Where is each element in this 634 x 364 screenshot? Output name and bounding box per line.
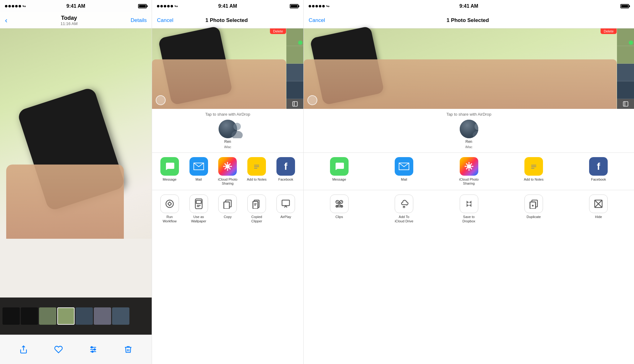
nav-title-2: 1 Photo Selected xyxy=(205,17,248,24)
airdrop-label-3: Tap to share with AirDrop xyxy=(304,112,634,117)
action-duplicate-3[interactable]: Duplicate xyxy=(501,195,566,223)
icloud-icon-3 xyxy=(395,195,413,213)
hide-label-3: Hide xyxy=(595,215,602,219)
share-message-3[interactable]: Message xyxy=(307,157,371,186)
facebook-label-2: Facebook xyxy=(278,178,293,182)
delete-banner[interactable]: Delete xyxy=(270,28,286,34)
airdrop-label-2: Tap to share with AirDrop xyxy=(152,112,303,117)
share-mail-3[interactable]: Mail xyxy=(371,157,436,186)
side-thumb-3[interactable] xyxy=(286,64,303,81)
thumb-5[interactable] xyxy=(76,307,93,325)
main-photo-1 xyxy=(0,28,152,239)
photos-icon-3 xyxy=(460,157,478,176)
photos-label-2: iCloud PhotoSharing xyxy=(218,178,237,186)
side-thumb-3-1[interactable] xyxy=(617,28,634,46)
side-thumb-4[interactable] xyxy=(286,81,303,99)
battery-3 xyxy=(620,4,629,8)
airdrop-section-2: Tap to share with AirDrop Ren iMac xyxy=(152,109,303,153)
wifi-icon-3: ↬ xyxy=(326,4,330,9)
svg-rect-28 xyxy=(224,202,229,209)
thumb-7[interactable] xyxy=(112,307,129,325)
facebook-icon-2: f xyxy=(276,157,295,176)
svg-rect-7 xyxy=(293,102,297,106)
action-hide-3[interactable]: Hide xyxy=(566,195,631,223)
delete-banner-3[interactable]: Delete xyxy=(601,28,617,34)
svg-point-37 xyxy=(475,123,478,130)
status-bar-1: ↬ 9:41 AM xyxy=(0,0,152,12)
side-thumb-5[interactable] xyxy=(286,99,303,109)
share-icon-btn[interactable] xyxy=(16,342,31,357)
thumbnail-strip-1 xyxy=(0,298,152,335)
clips-label-3: Clips xyxy=(335,215,343,219)
action-clips-3[interactable]: Clips xyxy=(307,195,371,223)
message-label-3: Message xyxy=(332,178,346,182)
panel-photos-main: ↬ 9:41 AM ‹ Today 11:16 AM Details xyxy=(0,0,152,364)
uncheck-circle-2[interactable] xyxy=(156,95,166,105)
nav-title-1: Today 11:16 AM xyxy=(61,15,78,26)
action-dropbox-3[interactable]: Save toDropbox xyxy=(436,195,501,223)
share-photos-3[interactable]: iCloud PhotoSharing xyxy=(436,157,501,186)
cancel-button-3[interactable]: Cancel xyxy=(309,17,325,24)
share-message-2[interactable]: Message xyxy=(155,157,184,186)
workflow-label-2: RunWorkflow xyxy=(163,215,176,223)
svg-rect-35 xyxy=(282,200,289,206)
facebook-label-3: Facebook xyxy=(591,178,606,182)
favorite-icon-btn[interactable] xyxy=(51,342,66,357)
airdrop-person-ren-3[interactable]: Ren iMac xyxy=(460,120,478,149)
thumb-sidebar-2 xyxy=(286,28,303,109)
svg-line-16 xyxy=(229,168,231,169)
side-thumb-2[interactable] xyxy=(286,46,303,64)
svg-point-6 xyxy=(92,351,93,353)
share-mail-2[interactable]: Mail xyxy=(184,157,213,186)
svg-rect-24 xyxy=(196,200,201,203)
side-thumb-3-4[interactable] xyxy=(617,81,634,99)
svg-line-47 xyxy=(466,168,467,169)
action-airplay-2[interactable]: AirPlay xyxy=(271,195,300,223)
thumb-2[interactable] xyxy=(21,307,38,325)
action-icloud-3[interactable]: Add ToiCloud Drive xyxy=(371,195,436,223)
copy-label-2: Copy xyxy=(224,215,232,219)
side-thumb-3-5[interactable] xyxy=(617,99,634,109)
uncheck-circle-3[interactable] xyxy=(307,95,317,105)
side-thumb-3-3[interactable] xyxy=(617,64,634,81)
thumb-4-selected[interactable] xyxy=(57,307,75,325)
wallpaper-label-2: Use asWallpaper xyxy=(191,215,206,223)
cancel-button-2[interactable]: Cancel xyxy=(157,17,173,24)
side-thumb-3-2[interactable] xyxy=(617,46,634,64)
avatar-ren-3 xyxy=(460,120,478,138)
delete-icon-btn[interactable] xyxy=(120,342,136,357)
share-facebook-2[interactable]: f Facebook xyxy=(271,157,300,186)
share-notes-2[interactable]: Add to Notes xyxy=(242,157,271,186)
notes-label-2: Add to Notes xyxy=(247,178,267,182)
avatar-ren-2 xyxy=(219,120,237,138)
action-workflow-2[interactable]: RunWorkflow xyxy=(155,195,184,223)
back-button-1[interactable]: ‹ xyxy=(5,16,7,25)
adjust-icon-btn[interactable] xyxy=(85,342,101,357)
message-icon-3 xyxy=(330,157,349,176)
notes-icon-3 xyxy=(524,157,543,176)
signal-2: ↬ xyxy=(157,4,178,9)
svg-point-39 xyxy=(467,164,471,169)
svg-point-38 xyxy=(473,131,478,138)
message-icon-2 xyxy=(160,157,179,176)
thumb-3[interactable] xyxy=(39,307,56,325)
notes-icon-2 xyxy=(247,157,266,176)
action-copy-2[interactable]: Copy xyxy=(213,195,242,223)
share-notes-3[interactable]: Add to Notes xyxy=(501,157,566,186)
status-bar-2: ↬ 9:41 AM xyxy=(152,0,303,12)
share-photos-2[interactable]: iCloud PhotoSharing xyxy=(213,157,242,186)
thumb-6[interactable] xyxy=(94,307,111,325)
action-wallpaper-2[interactable]: Use asWallpaper xyxy=(184,195,213,223)
thumb-1[interactable] xyxy=(2,307,20,325)
svg-line-46 xyxy=(471,164,472,165)
panel-share-2: ↬ 9:41 AM Cancel 1 Photo Selected Delete… xyxy=(303,0,634,364)
share-facebook-3[interactable]: f Facebook xyxy=(566,157,631,186)
action-clipper-2[interactable]: CopiedClipper xyxy=(242,195,271,223)
airdrop-person-ren-2[interactable]: Ren iMac xyxy=(219,120,237,149)
person-name-3: Ren xyxy=(465,139,472,144)
photos-label-3: iCloud PhotoSharing xyxy=(459,178,479,186)
hide-icon-3 xyxy=(589,195,608,213)
details-button-1[interactable]: Details xyxy=(131,17,147,24)
signal-1: ↬ xyxy=(5,4,26,9)
side-thumb-1[interactable] xyxy=(286,28,303,46)
